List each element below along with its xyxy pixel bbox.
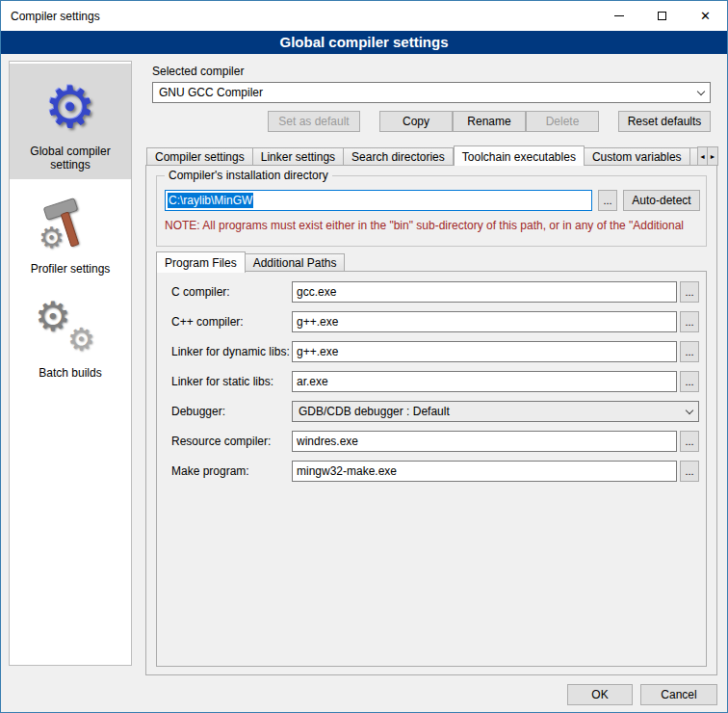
maximize-button[interactable] bbox=[640, 1, 684, 31]
browse-button[interactable]: ... bbox=[680, 281, 699, 303]
selected-compiler-label: Selected compiler bbox=[152, 65, 244, 78]
form-row: C compiler: ... bbox=[157, 281, 706, 303]
compiler-select-value: GNU GCC Compiler bbox=[159, 86, 692, 99]
browse-button[interactable]: ... bbox=[680, 371, 699, 392]
cpp-compiler-input[interactable] bbox=[292, 311, 677, 332]
arrow-left-icon: ◄ bbox=[699, 153, 706, 160]
tab-scroll-left-button[interactable]: ◄ bbox=[697, 146, 708, 166]
toolchain-executables-panel: Compiler's installation directory C:\ray… bbox=[145, 165, 717, 675]
form-row: Debugger: GDB/CDB debugger : Default bbox=[157, 401, 706, 422]
sidebar-item-global-compiler-settings[interactable]: ⚙ Global compiler settings bbox=[10, 64, 131, 179]
close-icon: ✕ bbox=[700, 9, 711, 23]
sidebar-item-batch-builds[interactable]: ⚙ ⚙ Batch builds bbox=[10, 285, 131, 387]
program-files-panel: C compiler: ... C++ compiler: ... Linker… bbox=[156, 271, 707, 667]
c-compiler-label: C compiler: bbox=[171, 281, 230, 303]
rename-button[interactable]: Rename bbox=[453, 111, 526, 132]
maximize-icon bbox=[658, 12, 666, 20]
gear-icon: ⚙ bbox=[67, 324, 95, 355]
tab-search-directories[interactable]: Search directories bbox=[344, 147, 454, 166]
set-as-default-button[interactable]: Set as default bbox=[268, 111, 360, 132]
form-row: Linker for dynamic libs: ... bbox=[157, 341, 706, 362]
page-title: Global compiler settings bbox=[1, 31, 727, 54]
form-row: Resource compiler: ... bbox=[157, 431, 706, 452]
sidebar-item-label: Profiler settings bbox=[12, 262, 129, 276]
tab-compiler-settings[interactable]: Compiler settings bbox=[146, 147, 253, 166]
window-title: Compiler settings bbox=[1, 10, 597, 23]
note-text: NOTE: All programs must exist either in … bbox=[165, 219, 704, 232]
tab-scroll-right-button[interactable]: ► bbox=[708, 146, 718, 166]
installation-directory-group: Compiler's installation directory C:\ray… bbox=[156, 175, 707, 247]
make-program-input[interactable] bbox=[292, 461, 677, 482]
tab-linker-settings[interactable]: Linker settings bbox=[253, 147, 344, 166]
cpp-compiler-label: C++ compiler: bbox=[171, 311, 244, 332]
linker-static-input[interactable] bbox=[292, 371, 677, 392]
linker-static-label: Linker for static libs: bbox=[171, 371, 273, 392]
linker-dynamic-input[interactable] bbox=[292, 341, 677, 362]
debugger-select-value: GDB/CDB debugger : Default bbox=[299, 405, 681, 418]
title-bar: Compiler settings ✕ bbox=[1, 1, 727, 31]
compiler-select[interactable]: GNU GCC Compiler bbox=[152, 82, 711, 103]
form-row: Linker for static libs: ... bbox=[157, 371, 706, 392]
installation-directory-label: Compiler's installation directory bbox=[165, 169, 332, 182]
arrow-right-icon: ► bbox=[710, 153, 716, 160]
form-row: Make program: ... bbox=[157, 461, 706, 482]
gear-icon: ⚙ bbox=[39, 224, 65, 252]
gear-icon: ⚙ bbox=[44, 78, 96, 136]
browse-button[interactable]: ... bbox=[680, 341, 699, 362]
resource-compiler-input[interactable] bbox=[292, 431, 677, 452]
copy-button[interactable]: Copy bbox=[379, 111, 453, 132]
sidebar-item-profiler-settings[interactable]: ⚙ Profiler settings bbox=[10, 181, 131, 283]
auto-detect-button[interactable]: Auto-detect bbox=[623, 190, 700, 211]
browse-button[interactable]: ... bbox=[680, 311, 699, 332]
tab-additional-paths[interactable]: Additional Paths bbox=[246, 253, 346, 272]
close-button[interactable]: ✕ bbox=[684, 1, 727, 31]
settings-sidebar: ⚙ Global compiler settings ⚙ Profiler se… bbox=[9, 61, 132, 666]
installation-directory-input[interactable]: C:\raylib\MinGW bbox=[165, 190, 592, 211]
compiler-settings-dialog: Compiler settings ✕ Global compiler sett… bbox=[0, 0, 728, 713]
settings-tabstrip: Compiler settings Linker settings Search… bbox=[146, 145, 697, 166]
cancel-button[interactable]: Cancel bbox=[640, 684, 717, 705]
linker-dynamic-label: Linker for dynamic libs: bbox=[171, 341, 290, 362]
ok-button[interactable]: OK bbox=[567, 684, 633, 705]
gears-stack-icon: ⚙ bbox=[35, 297, 71, 337]
debugger-label: Debugger: bbox=[171, 401, 225, 422]
chevron-down-icon bbox=[686, 406, 693, 413]
tab-scroll-controls: ◄ ► bbox=[697, 146, 718, 166]
browse-directory-button[interactable]: ... bbox=[598, 190, 617, 211]
tab-toolchain-executables[interactable]: Toolchain executables bbox=[454, 145, 585, 166]
browse-button[interactable]: ... bbox=[680, 431, 699, 452]
make-program-label: Make program: bbox=[171, 461, 249, 482]
browse-button[interactable]: ... bbox=[680, 461, 699, 482]
resource-compiler-label: Resource compiler: bbox=[171, 431, 271, 452]
chevron-down-icon bbox=[697, 87, 705, 94]
installation-directory-value: C:\raylib\MinGW bbox=[168, 193, 253, 208]
tab-custom-variables[interactable]: Custom variables bbox=[585, 147, 690, 166]
minimize-button[interactable] bbox=[597, 1, 640, 31]
c-compiler-input[interactable] bbox=[292, 281, 677, 303]
tab-program-files[interactable]: Program Files bbox=[156, 251, 246, 273]
sidebar-item-label: Batch builds bbox=[12, 366, 129, 380]
reset-defaults-button[interactable]: Reset defaults bbox=[618, 111, 711, 132]
sidebar-item-label: Global compiler settings bbox=[12, 145, 129, 172]
program-files-tabstrip: Program Files Additional Paths bbox=[156, 251, 345, 272]
delete-button[interactable]: Delete bbox=[526, 111, 599, 132]
minimize-icon bbox=[614, 15, 624, 16]
tab-build-options[interactable]: Buil bbox=[690, 147, 697, 166]
form-row: C++ compiler: ... bbox=[157, 311, 706, 332]
debugger-select[interactable]: GDB/CDB debugger : Default bbox=[292, 401, 699, 422]
